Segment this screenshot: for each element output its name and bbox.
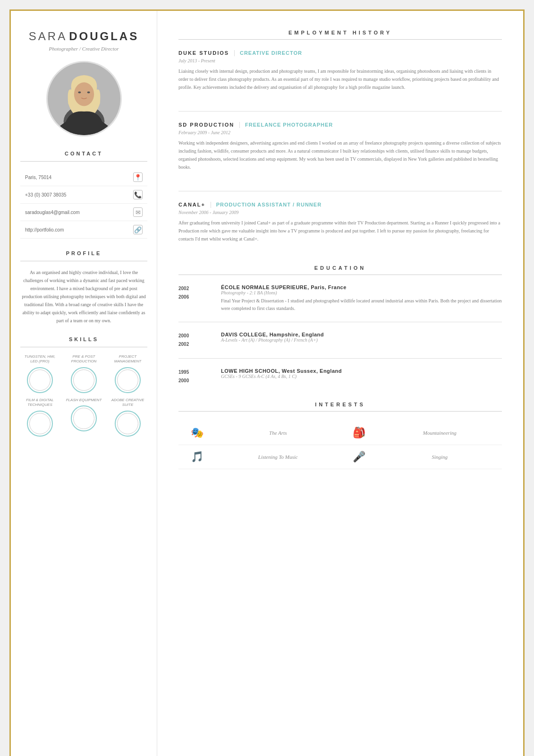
job-3-dates: November 2006 - January 2009 bbox=[178, 210, 502, 215]
job-3-separator: | bbox=[210, 201, 212, 208]
skill-label-4: FILM & DIGITAL TECHNIQUES bbox=[20, 398, 59, 408]
skills-title: SKILLS bbox=[20, 336, 147, 342]
skill-circle-inner-2 bbox=[73, 369, 94, 391]
profile-divider bbox=[20, 261, 147, 261]
edu-1-degree: Photography - 2:1 BA (Hons) bbox=[221, 290, 502, 295]
job-2-desc: Working with independent designers, adve… bbox=[178, 139, 502, 171]
skill-label-1: TUNGSTEN, HMI, LED (PRO) bbox=[20, 354, 59, 364]
skill-circle-2 bbox=[71, 367, 97, 393]
contact-phone-label: +33 (0) 3007 38035 bbox=[25, 192, 67, 198]
skills-divider bbox=[20, 347, 147, 347]
skill-circle-4 bbox=[27, 411, 53, 437]
edu-3-year-start: 1995 bbox=[178, 368, 212, 377]
skills-grid: TUNGSTEN, HMI, LED (PRO) PRE & POST PROD… bbox=[20, 354, 147, 437]
edu-row-1: 2002 2006 ÉCOLE NORMALE SUPERIEURE, Pari… bbox=[178, 284, 502, 312]
profile-title: PROFILE bbox=[20, 250, 147, 256]
skill-item-6: ADOBE CREATIVE SUITE bbox=[108, 398, 147, 437]
edu-2-year-start: 2000 bbox=[178, 332, 212, 340]
skill-circle-inner-5 bbox=[73, 408, 94, 429]
contact-website-label: http://portfolio.com bbox=[25, 227, 64, 232]
job-3-company: CANAL+ bbox=[178, 202, 205, 207]
job-1-title: CREATIVE DIRECTOR bbox=[240, 50, 302, 56]
job-2-header: SD PRODUCTION | FREELANCE PHOTOGRAPHER bbox=[178, 121, 502, 129]
interests-divider bbox=[178, 411, 502, 412]
edu-3-years: 1995 2000 bbox=[178, 368, 212, 385]
profile-text: As an organised and highly creative indi… bbox=[20, 268, 147, 325]
svg-point-6 bbox=[78, 92, 81, 94]
job-2-dates: February 2009 - June 2012 bbox=[178, 130, 502, 135]
skill-label-5: FLASH EQUIPMENT bbox=[66, 398, 102, 403]
job-1: DUKE STUDIOS | CREATIVE DIRECTOR July 20… bbox=[178, 49, 502, 91]
right-column: EMPLOYMENT HISTORY DUKE STUDIOS | CREATI… bbox=[157, 11, 523, 756]
location-icon: 📍 bbox=[133, 172, 143, 182]
skill-circle-inner-3 bbox=[117, 369, 138, 391]
job-3-desc: After graduating from university I joine… bbox=[178, 219, 502, 243]
svg-point-7 bbox=[87, 92, 90, 94]
name-block: SARA DOUGLAS bbox=[20, 30, 147, 43]
education-section: 2002 2006 ÉCOLE NORMALE SUPERIEURE, Pari… bbox=[178, 284, 502, 385]
singing-label: Singing bbox=[378, 454, 502, 460]
link-icon: 🔗 bbox=[133, 225, 143, 234]
skill-item-4: FILM & DIGITAL TECHNIQUES bbox=[20, 398, 59, 437]
avatar bbox=[46, 61, 122, 137]
hr-divider-2 bbox=[178, 191, 502, 191]
contact-address-label: Paris, 75014 bbox=[25, 175, 51, 180]
employment-divider bbox=[178, 39, 502, 40]
edu-1-year-start: 2002 bbox=[178, 284, 212, 293]
contact-phone: +33 (0) 3007 38035 📞 bbox=[20, 186, 147, 204]
singing-icon: 🎤 bbox=[353, 451, 365, 463]
subtitle: Photographer / Creative Director bbox=[49, 46, 119, 52]
edu-3-institution: LOWE HIGH SCHOOL, West Sussex, England bbox=[221, 368, 502, 374]
contact-title: CONTACT bbox=[20, 151, 147, 156]
skill-label-3: PROJECT MANAGEMENT bbox=[108, 354, 147, 364]
job-3: CANAL+ | PRODUCTION ASSISTANT / RUNNER N… bbox=[178, 201, 502, 243]
job-1-company: DUKE STUDIOS bbox=[178, 50, 229, 56]
employment-title: EMPLOYMENT HISTORY bbox=[178, 30, 502, 35]
skill-circle-1 bbox=[27, 367, 53, 393]
edu-3-year-end: 2000 bbox=[178, 377, 212, 385]
left-column: SARA DOUGLAS Photographer / Creative Dir… bbox=[11, 11, 157, 756]
skill-label-2: PRE & POST PRODUCTION bbox=[64, 354, 103, 364]
edu-row-2: 2000 2002 DAVIS COLLEGE, Hampshire, Engl… bbox=[178, 332, 502, 349]
contact-divider bbox=[20, 161, 147, 162]
phone-icon: 📞 bbox=[133, 190, 143, 199]
edu-divider-1 bbox=[178, 322, 502, 322]
contact-website: http://portfolio.com 🔗 bbox=[20, 221, 147, 239]
mountain-icon: 🎒 bbox=[353, 427, 365, 439]
skill-circle-6 bbox=[115, 411, 141, 437]
edu-1-institution: ÉCOLE NORMALE SUPERIEURE, Paris, France bbox=[221, 284, 502, 290]
edu-3-degree: GCSEs - 9 GCSEs A-C (4 As, 4 Bs, 1 C) bbox=[221, 374, 502, 379]
music-label: Listening To Music bbox=[216, 454, 340, 460]
job-1-dates: July 2013 - Present bbox=[178, 58, 502, 63]
hr-divider-1 bbox=[178, 111, 502, 112]
edu-2-degree: A-Levels - Art (A) / Photography (A) / F… bbox=[221, 337, 502, 343]
job-2: SD PRODUCTION | FREELANCE PHOTOGRAPHER F… bbox=[178, 121, 502, 171]
last-name: DOUGLAS bbox=[69, 30, 139, 43]
arts-icon: 🎭 bbox=[191, 427, 203, 439]
email-icon: ✉ bbox=[133, 207, 143, 217]
job-1-header: DUKE STUDIOS | CREATIVE DIRECTOR bbox=[178, 49, 502, 57]
contact-email: saradouglas4@gmail.com ✉ bbox=[20, 204, 147, 221]
job-2-company: SD PRODUCTION bbox=[178, 122, 234, 128]
skill-item-5: FLASH EQUIPMENT bbox=[64, 398, 103, 437]
edu-row-3: 1995 2000 LOWE HIGH SCHOOL, West Sussex,… bbox=[178, 368, 502, 385]
job-1-separator: | bbox=[234, 49, 235, 57]
edu-1-years: 2002 2006 bbox=[178, 284, 212, 312]
skill-item-2: PRE & POST PRODUCTION bbox=[64, 354, 103, 393]
job-3-title: PRODUCTION ASSISTANT / RUNNER bbox=[216, 202, 322, 207]
svg-point-5 bbox=[74, 82, 93, 106]
skill-item-1: TUNGSTEN, HMI, LED (PRO) bbox=[20, 354, 59, 393]
skill-circle-inner-6 bbox=[117, 413, 138, 434]
edu-2-year-end: 2002 bbox=[178, 340, 212, 349]
music-icon: 🎵 bbox=[191, 451, 203, 463]
contact-address: Paris, 75014 📍 bbox=[20, 169, 147, 186]
edu-1-detail: Final Year Project & Dissertation - I st… bbox=[221, 297, 502, 312]
resume-page: SARA DOUGLAS Photographer / Creative Dir… bbox=[9, 9, 525, 756]
skill-label-6: ADOBE CREATIVE SUITE bbox=[108, 398, 147, 408]
contact-email-label: saradouglas4@gmail.com bbox=[25, 210, 80, 215]
profile-block: PROFILE As an organised and highly creat… bbox=[20, 250, 147, 325]
skills-block: SKILLS TUNGSTEN, HMI, LED (PRO) PRE & PO… bbox=[20, 336, 147, 437]
skill-circle-3 bbox=[115, 367, 141, 393]
first-name: SARA bbox=[29, 30, 67, 43]
skill-circle-inner-4 bbox=[29, 413, 51, 434]
